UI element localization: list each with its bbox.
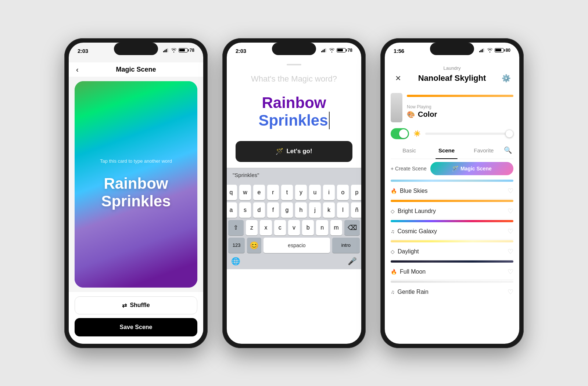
scene-row[interactable]: 🔥 Full Moon ♡ xyxy=(391,265,513,279)
toggle-row: ☀️ xyxy=(391,125,513,142)
magic-scene-label: Magic Scene xyxy=(460,166,492,172)
tab-favorite[interactable]: Favorite xyxy=(465,145,502,156)
scene-type-icon: ♫ xyxy=(391,289,395,295)
scene-row[interactable]: ♫ Cosmic Galaxy ♡ xyxy=(391,224,513,239)
typed-text-area[interactable]: Rainbow Sprinkles xyxy=(227,87,361,135)
svg-rect-11 xyxy=(483,48,484,52)
scene-item: 🔥 Blue Skies ♡ xyxy=(391,180,513,199)
key-u[interactable]: u xyxy=(309,185,321,200)
now-playing-text: Color xyxy=(418,110,437,119)
shuffle-button[interactable]: ⇄ Shuffle xyxy=(75,296,197,314)
key-p[interactable]: p xyxy=(351,185,361,200)
key-space[interactable]: espacio xyxy=(263,238,330,253)
scene-card[interactable]: Tap this card to type another word Rainb… xyxy=(75,81,197,288)
keyboard-row-1: q w e r t y u i o p xyxy=(228,185,360,200)
color-wheel-icon: 🎨 xyxy=(407,111,415,119)
keyboard-row-4: 123 😊 espacio intro xyxy=(228,238,360,253)
create-scene-button[interactable]: + Create Scene xyxy=(391,166,427,172)
svg-rect-4 xyxy=(321,51,322,52)
brightness-track[interactable] xyxy=(425,133,513,135)
wifi-icon-3 xyxy=(487,48,493,53)
key-c[interactable]: c xyxy=(274,220,286,235)
key-t[interactable]: t xyxy=(281,185,293,200)
key-o[interactable]: o xyxy=(337,185,349,200)
typed-line2: Sprinkles xyxy=(258,112,328,129)
autocomplete-suggestion[interactable]: "Sprinkles" xyxy=(233,172,259,178)
key-shift[interactable]: ⇧ xyxy=(228,220,244,235)
scene-divider xyxy=(391,239,513,239)
search-tab-icon[interactable]: 🔍 xyxy=(502,146,513,154)
key-n-tilde[interactable]: ñ xyxy=(351,202,361,218)
nano-header: Laundry ✕ Nanoleaf Skylight ⚙️ xyxy=(385,62,519,89)
favorite-heart-icon[interactable]: ♡ xyxy=(508,248,513,256)
magic-scene-button[interactable]: 🪄 Magic Scene xyxy=(430,162,513,175)
scene-words: Rainbow Sprinkles xyxy=(101,175,171,210)
key-x[interactable]: x xyxy=(260,220,272,235)
key-b[interactable]: b xyxy=(302,220,314,235)
favorite-heart-icon[interactable]: ♡ xyxy=(508,288,513,296)
scene-row[interactable]: 🔥 Blue Skies ♡ xyxy=(391,184,513,199)
phone-magic-scene: 2:03 78 xyxy=(64,38,208,348)
globe-icon[interactable]: 🌐 xyxy=(231,257,240,266)
key-y[interactable]: y xyxy=(295,185,307,200)
key-a[interactable]: a xyxy=(227,202,237,218)
key-n[interactable]: n xyxy=(316,220,328,235)
settings-button[interactable]: ⚙️ xyxy=(500,72,512,84)
save-scene-button[interactable]: Save Scene xyxy=(75,318,197,336)
key-z[interactable]: z xyxy=(246,220,258,235)
key-m[interactable]: m xyxy=(330,220,342,235)
favorite-heart-icon[interactable]: ♡ xyxy=(508,268,513,276)
key-v[interactable]: v xyxy=(288,220,300,235)
favorite-heart-icon[interactable]: ♡ xyxy=(508,187,513,195)
key-k[interactable]: k xyxy=(323,202,335,218)
key-e[interactable]: e xyxy=(253,185,265,200)
tab-scene[interactable]: Scene xyxy=(428,145,465,156)
tap-hint: Tap this card to type another word xyxy=(100,158,172,164)
time-3: 1:56 xyxy=(394,48,404,54)
key-q[interactable]: q xyxy=(227,185,237,200)
key-w[interactable]: w xyxy=(239,185,251,200)
keyboard: q w e r t y u i o p a s d f g xyxy=(227,182,361,269)
scene-word1: Rainbow xyxy=(101,175,171,192)
time-1: 2:03 xyxy=(78,48,88,54)
scene-row[interactable]: ◇ Daylight ♡ xyxy=(391,245,513,259)
tab-basic[interactable]: Basic xyxy=(391,145,428,156)
mic-icon[interactable]: 🎤 xyxy=(348,257,357,266)
scene-row[interactable]: ♫ Gentle Rain ♡ xyxy=(391,285,513,300)
page-title-1: Magic Scene xyxy=(116,66,156,73)
power-toggle[interactable] xyxy=(391,128,409,139)
nano-body: Now Playing 🎨 Color ☀️ xyxy=(385,89,519,344)
scene-name: 🔥 Blue Skies xyxy=(391,188,428,194)
key-s[interactable]: s xyxy=(239,202,251,218)
scene-type-icon: ◇ xyxy=(391,208,395,214)
key-l[interactable]: l xyxy=(337,202,349,218)
key-j[interactable]: j xyxy=(309,202,321,218)
key-123[interactable]: 123 xyxy=(228,238,245,253)
svg-rect-9 xyxy=(480,50,481,52)
back-button-1[interactable]: ‹ xyxy=(76,65,79,74)
keyboard-bottom: 🌐 🎤 xyxy=(228,255,360,268)
favorite-heart-icon[interactable]: ♡ xyxy=(508,227,513,235)
nano-title: Nanoleaf Skylight xyxy=(404,73,500,83)
scene-row[interactable]: ◇ Bright Laundry ♡ xyxy=(391,204,513,219)
letsgo-button[interactable]: 🪄 Let's go! xyxy=(236,141,352,162)
key-emoji[interactable]: 😊 xyxy=(247,238,261,253)
close-button[interactable]: ✕ xyxy=(392,72,404,84)
scene-name-text: Daylight xyxy=(398,248,419,255)
scene-name-text: Cosmic Galaxy xyxy=(398,228,437,235)
scene-item: 🔥 Full Moon ♡ xyxy=(391,260,513,280)
time-2: 2:03 xyxy=(236,48,246,54)
key-f[interactable]: f xyxy=(267,202,279,218)
key-r[interactable]: r xyxy=(267,185,279,200)
scene-name-text: Gentle Rain xyxy=(398,289,429,295)
favorite-heart-icon[interactable]: ♡ xyxy=(508,207,513,215)
key-d[interactable]: d xyxy=(253,202,265,218)
brightness-sun-icon: ☀️ xyxy=(413,130,421,137)
key-i[interactable]: i xyxy=(323,185,335,200)
svg-rect-3 xyxy=(167,48,168,52)
key-h[interactable]: h xyxy=(295,202,307,218)
scene-name: ◇ Daylight xyxy=(391,248,419,255)
key-return[interactable]: intro xyxy=(332,238,360,253)
key-delete[interactable]: ⌫ xyxy=(344,220,360,235)
key-g[interactable]: g xyxy=(281,202,293,218)
